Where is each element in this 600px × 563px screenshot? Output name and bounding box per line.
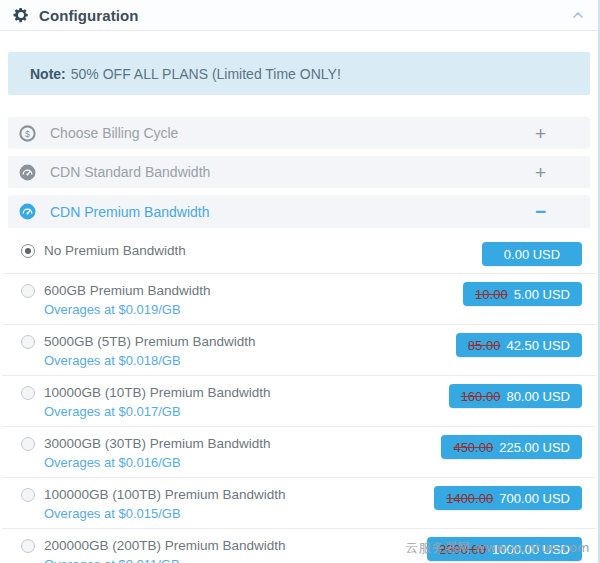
svg-text:$: $ xyxy=(25,128,30,138)
option-row[interactable]: No Premium Bandwidth 0.00 USD xyxy=(2,234,596,274)
accordion-toggle-icon[interactable]: − xyxy=(535,202,580,221)
old-price: 85.00 xyxy=(468,338,501,353)
note-label: Note: xyxy=(30,66,66,82)
old-price: 450.00 xyxy=(453,440,493,455)
gear-icon xyxy=(12,6,30,24)
chevron-up-icon[interactable] xyxy=(570,7,586,23)
option-label: 100000GB (100TB) Premium Bandwidth xyxy=(44,487,286,502)
accordion-row[interactable]: $ Choose Billing Cycle + xyxy=(8,117,590,149)
option-overage: Overages at $0.011/GB xyxy=(44,557,286,563)
radio-button[interactable] xyxy=(21,284,35,298)
option-label: 600GB Premium Bandwidth xyxy=(44,283,211,298)
accordion-list: $ Choose Billing Cycle + CDN Standard Ba… xyxy=(0,117,598,228)
price-button[interactable]: 85.00 42.50 USD xyxy=(456,333,582,357)
current-price: 80.00 USD xyxy=(506,389,570,404)
accordion-label: CDN Premium Bandwidth xyxy=(50,204,210,220)
price-button[interactable]: 0.00 USD xyxy=(482,242,582,266)
option-label: 5000GB (5TB) Premium Bandwidth xyxy=(44,334,256,349)
price-button[interactable]: 10.00 5.00 USD xyxy=(463,282,582,306)
radio-button[interactable] xyxy=(21,488,35,502)
premium-bandwidth-options: No Premium Bandwidth 0.00 USD 600GB Prem… xyxy=(0,234,598,563)
old-price: 1400.00 xyxy=(446,491,493,506)
current-price: 700.00 USD xyxy=(499,491,570,506)
gauge-icon xyxy=(18,163,37,182)
option-row[interactable]: 10000GB (10TB) Premium Bandwidth Overage… xyxy=(2,376,596,427)
watermark: 云服务器网 www.yuntue.com xyxy=(406,540,590,557)
option-overage: Overages at $0.016/GB xyxy=(44,455,271,470)
accordion-label: Choose Billing Cycle xyxy=(50,125,178,141)
accordion-row[interactable]: CDN Standard Bandwidth + xyxy=(8,156,590,188)
option-row[interactable]: 600GB Premium Bandwidth Overages at $0.0… xyxy=(2,274,596,325)
option-label: No Premium Bandwidth xyxy=(44,243,186,258)
accordion-label: CDN Standard Bandwidth xyxy=(50,164,210,180)
option-row[interactable]: 100000GB (100TB) Premium Bandwidth Overa… xyxy=(2,478,596,529)
option-overage: Overages at $0.018/GB xyxy=(44,353,256,368)
promo-note: Note: 50% OFF ALL PLANS (Limited Time ON… xyxy=(8,52,590,95)
current-price: 5.00 USD xyxy=(514,287,570,302)
accordion-row[interactable]: CDN Premium Bandwidth − xyxy=(8,195,590,228)
gauge-icon xyxy=(18,202,37,221)
price-button[interactable]: 1400.00 700.00 USD xyxy=(434,486,582,510)
radio-button[interactable] xyxy=(21,539,35,553)
option-label: 10000GB (10TB) Premium Bandwidth xyxy=(44,385,271,400)
current-price: 42.50 USD xyxy=(506,338,570,353)
old-price: 160.00 xyxy=(461,389,501,404)
accordion-toggle-icon[interactable]: + xyxy=(535,163,580,182)
price-button[interactable]: 160.00 80.00 USD xyxy=(449,384,582,408)
current-price: 0.00 USD xyxy=(504,247,560,262)
page-title: Configuration xyxy=(39,7,139,24)
note-text: 50% OFF ALL PLANS (Limited Time ONLY! xyxy=(71,66,341,82)
radio-button[interactable] xyxy=(21,437,35,451)
radio-button[interactable] xyxy=(21,386,35,400)
option-overage: Overages at $0.017/GB xyxy=(44,404,271,419)
price-button[interactable]: 450.00 225.00 USD xyxy=(441,435,582,459)
option-overage: Overages at $0.019/GB xyxy=(44,302,211,317)
accordion-toggle-icon[interactable]: + xyxy=(535,124,580,143)
current-price: 225.00 USD xyxy=(499,440,570,455)
option-row[interactable]: 5000GB (5TB) Premium Bandwidth Overages … xyxy=(2,325,596,376)
option-label: 30000GB (30TB) Premium Bandwidth xyxy=(44,436,271,451)
option-label: 200000GB (200TB) Premium Bandwidth xyxy=(44,538,286,553)
configuration-header: Configuration xyxy=(0,0,598,31)
old-price: 10.00 xyxy=(475,287,508,302)
option-row[interactable]: 30000GB (30TB) Premium Bandwidth Overage… xyxy=(2,427,596,478)
option-overage: Overages at $0.015/GB xyxy=(44,506,286,521)
radio-button[interactable] xyxy=(21,244,35,258)
billing-cycle-icon: $ xyxy=(18,124,37,143)
radio-button[interactable] xyxy=(21,335,35,349)
